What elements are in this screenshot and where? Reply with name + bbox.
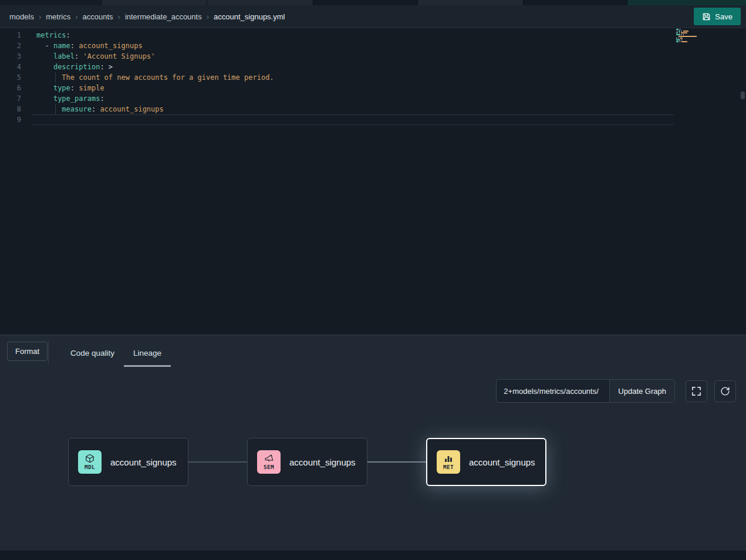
line-number: 4	[0, 62, 21, 72]
code-line[interactable]: 8 measure: account_signups	[0, 104, 746, 114]
update-graph-button[interactable]: Update Graph	[609, 380, 674, 402]
app-window: models›metrics›accounts›intermediate_acc…	[0, 0, 746, 560]
node-type-badge: MET	[437, 450, 460, 474]
code-text: measure: account_signups	[21, 104, 164, 114]
breadcrumb: models›metrics›accounts›intermediate_acc…	[9, 12, 694, 21]
refresh-icon	[720, 386, 730, 396]
fullscreen-icon	[691, 386, 701, 396]
chevron-right-icon: ›	[118, 12, 120, 21]
code-line[interactable]: 4 description: >	[0, 62, 746, 72]
node-type-label: MET	[443, 464, 454, 470]
editor-tab[interactable]	[0, 0, 101, 5]
code-text: type_params:	[21, 93, 104, 104]
code-text: metrics:	[21, 30, 70, 41]
code-line[interactable]: 1metrics:	[0, 30, 746, 41]
breadcrumb-item[interactable]: accounts	[83, 12, 113, 21]
model-cube-icon	[85, 454, 94, 463]
scrollbar[interactable]	[741, 92, 745, 99]
chevron-right-icon: ›	[207, 12, 209, 21]
editor-tab[interactable]	[102, 0, 207, 5]
line-number: 5	[0, 72, 21, 83]
breadcrumb-item[interactable]: models	[9, 12, 34, 21]
chevron-right-icon: ›	[75, 12, 77, 21]
code-line[interactable]: 2 - name: account_signups	[0, 41, 746, 51]
indent-guide	[55, 72, 56, 83]
bottom-panel: Format Code qualityLineage Update Graph	[0, 335, 746, 551]
line-number: 1	[0, 30, 21, 41]
breadcrumb-item[interactable]: intermediate_accounts	[125, 12, 202, 21]
line-number: 6	[0, 83, 21, 93]
node-type-badge: MDL	[78, 450, 102, 474]
fullscreen-button[interactable]	[686, 380, 707, 402]
minimap-line	[676, 31, 710, 32]
lineage-node-mdl[interactable]: MDLaccount_signups	[68, 438, 188, 486]
indent-guide	[55, 104, 56, 114]
line-number: 8	[0, 104, 21, 114]
lineage-selector-input[interactable]	[497, 380, 609, 402]
code-text: type: simple	[21, 83, 104, 93]
code-line[interactable]: 5 The count of new accounts for a given …	[0, 72, 746, 83]
refresh-button[interactable]	[714, 380, 736, 402]
node-type-label: SEM	[264, 464, 274, 470]
breadcrumb-item[interactable]: account_signups.yml	[214, 12, 285, 21]
lineage-node-sem[interactable]: SEMaccount_signups	[247, 438, 367, 486]
breadcrumb-item[interactable]: metrics	[46, 12, 70, 21]
code-editor[interactable]: 1metrics:2 - name: account_signups3 labe…	[0, 28, 746, 335]
minimap-line	[676, 41, 710, 42]
graph-controls: Update Graph	[496, 379, 736, 403]
editor-tab[interactable]	[418, 0, 523, 5]
minimap-line	[676, 32, 710, 33]
editor-tab[interactable]	[524, 0, 627, 5]
node-type-badge: SEM	[257, 450, 281, 474]
code-line[interactable]: 7 type_params:	[0, 93, 746, 104]
code-line[interactable]: 3 label: 'Account Signups'	[0, 51, 746, 62]
semantic-megaphone-icon	[264, 454, 274, 463]
minimap-line	[676, 34, 710, 35]
lineage-node-met[interactable]: METaccount_signups	[426, 438, 546, 486]
line-number: 2	[0, 41, 21, 51]
code-text: label: 'Account Signups'	[21, 51, 155, 62]
minimap-line	[676, 43, 710, 44]
panel-header: Format Code qualityLineage	[0, 335, 746, 370]
editor-lines: 1metrics:2 - name: account_signups3 labe…	[0, 28, 746, 125]
line-number: 7	[0, 93, 21, 104]
lineage-edge	[367, 461, 426, 463]
save-icon	[702, 12, 711, 21]
metric-chart-icon	[444, 454, 453, 463]
divider	[48, 340, 49, 364]
lineage-edge	[188, 461, 247, 463]
lineage-canvas[interactable]: MDLaccount_signupsSEMaccount_signupsMETa…	[0, 411, 746, 541]
minimap-line	[676, 29, 710, 30]
chevron-right-icon: ›	[39, 12, 41, 21]
code-text: - name: account_signups	[21, 41, 143, 51]
editor-tab[interactable]	[313, 0, 417, 5]
tab-code-quality[interactable]: Code quality	[61, 335, 124, 370]
code-text: description: >	[21, 62, 113, 72]
panel-tabs: Code qualityLineage	[61, 335, 171, 370]
code-text: The count of new accounts for a given ti…	[21, 72, 274, 83]
minimap-line	[676, 36, 710, 37]
save-button[interactable]: Save	[694, 8, 741, 25]
format-button[interactable]: Format	[7, 342, 48, 361]
node-name: account_signups	[289, 457, 356, 467]
node-type-label: MDL	[85, 464, 95, 470]
line-number: 3	[0, 51, 21, 62]
node-name: account_signups	[469, 457, 535, 467]
tab-lineage[interactable]: Lineage	[124, 335, 171, 370]
editor-tabs-strip	[0, 0, 746, 5]
minimap-line	[676, 38, 710, 39]
minimap[interactable]	[676, 29, 710, 45]
editor-tab[interactable]	[627, 0, 746, 5]
code-line[interactable]: 6 type: simple	[0, 83, 746, 93]
editor-tab[interactable]	[207, 0, 313, 5]
node-name: account_signups	[110, 457, 177, 467]
line-number: 9	[0, 114, 21, 125]
save-label: Save	[715, 12, 733, 21]
minimap-line	[676, 39, 710, 41]
status-bar	[0, 551, 746, 560]
breadcrumb-bar: models›metrics›accounts›intermediate_acc…	[0, 5, 746, 28]
lineage-selector-group: Update Graph	[496, 379, 675, 403]
current-line-highlight	[32, 114, 674, 125]
